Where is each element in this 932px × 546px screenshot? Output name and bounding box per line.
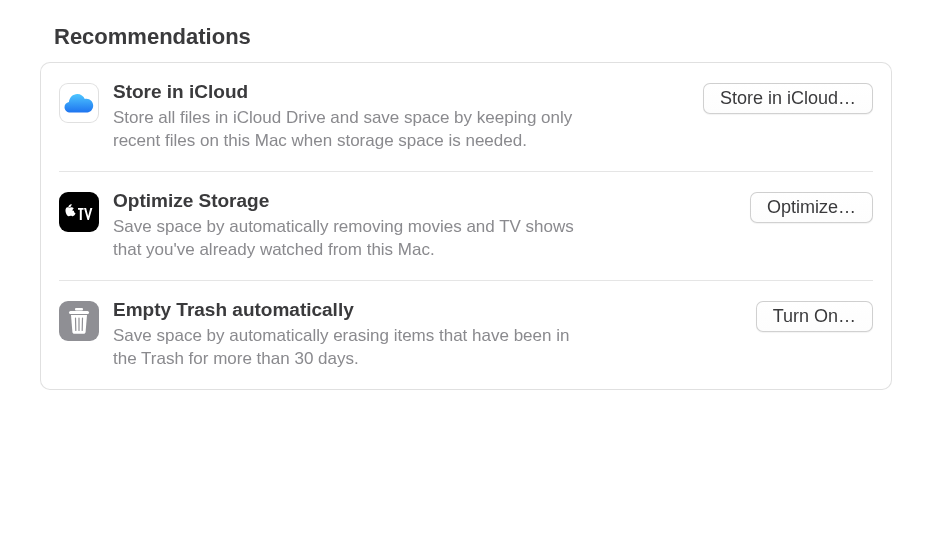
turn-on-button[interactable]: Turn On…	[756, 301, 873, 332]
row-text: Optimize Storage Save space by automatic…	[113, 190, 736, 262]
row-text: Empty Trash automatically Save space by …	[113, 299, 742, 371]
recommendation-row-optimize: Optimize Storage Save space by automatic…	[41, 172, 891, 280]
row-description: Save space by automatically removing mov…	[113, 216, 583, 262]
row-title: Store in iCloud	[113, 81, 689, 103]
recommendation-row-trash: Empty Trash automatically Save space by …	[41, 281, 891, 389]
row-title: Empty Trash automatically	[113, 299, 742, 321]
row-description: Save space by automatically erasing item…	[113, 325, 583, 371]
svg-rect-0	[75, 308, 83, 311]
icloud-icon	[59, 83, 99, 123]
optimize-button[interactable]: Optimize…	[750, 192, 873, 223]
row-title: Optimize Storage	[113, 190, 736, 212]
recommendations-panel: Store in iCloud Store all files in iClou…	[40, 62, 892, 390]
svg-rect-1	[69, 311, 89, 314]
trash-icon	[59, 301, 99, 341]
row-text: Store in iCloud Store all files in iClou…	[113, 81, 689, 153]
store-in-icloud-button[interactable]: Store in iCloud…	[703, 83, 873, 114]
apple-tv-icon	[59, 192, 99, 232]
section-title: Recommendations	[54, 24, 892, 50]
row-description: Store all files in iCloud Drive and save…	[113, 107, 583, 153]
recommendation-row-icloud: Store in iCloud Store all files in iClou…	[41, 63, 891, 171]
